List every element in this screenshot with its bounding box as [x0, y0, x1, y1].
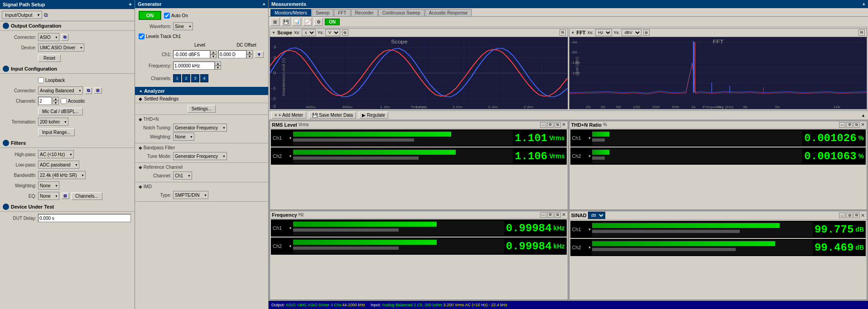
eq-select[interactable]: None [38, 192, 59, 200]
freq-select[interactable]: 1.00000 kHz [173, 62, 215, 70]
input-config-icon1[interactable]: ⧉ [85, 87, 92, 94]
ref-channel-select[interactable]: Ch1 [173, 171, 192, 180]
tab-acoustic-response[interactable]: Acoustic Response [425, 9, 472, 16]
input-connector-select[interactable]: Analog Balanced [38, 86, 83, 95]
toolbar-icon-5[interactable]: ⚙ [314, 18, 323, 26]
tab-recorder[interactable]: Recorder [351, 9, 378, 16]
settings-button[interactable]: Settings... [188, 105, 216, 113]
thdn-expand-icon[interactable]: ⧉ [854, 122, 860, 128]
input-config-icon2[interactable]: ⊞ [94, 87, 102, 94]
freq-up[interactable]: ▲ [215, 62, 221, 66]
freq-settings-icon[interactable]: ⚙ [547, 212, 554, 218]
ch1-level-up[interactable]: ▲ [210, 50, 217, 54]
signal-path-expand-icon[interactable]: + [129, 1, 132, 8]
thdn-ch1-arrow[interactable]: ▼ [588, 136, 592, 140]
toolbar-icon-2[interactable]: 💾 [281, 18, 290, 26]
channels-spin-down[interactable]: ▼ [53, 101, 59, 105]
fft-settings-icon[interactable]: ⚙ [643, 29, 650, 36]
external-link-icon[interactable]: ⧉ [44, 12, 48, 18]
ch-btn-1[interactable]: 1 [173, 74, 181, 82]
acoustic-label[interactable]: Acoustic [61, 98, 85, 104]
save-meter-data-button[interactable]: 💾 Save Meter Data [309, 112, 356, 119]
rms-settings-icon[interactable]: ⚙ [547, 122, 554, 128]
ch1-dc-extra-btn[interactable]: ▼ [255, 51, 264, 58]
termination-select[interactable]: 200 kohm [38, 118, 68, 126]
rms-expand-icon[interactable]: ⧉ [555, 122, 561, 128]
scope-x-select[interactable]: s [302, 29, 316, 36]
generator-on-button[interactable]: ON [139, 11, 161, 20]
sinad-minimize-icon[interactable]: — [839, 213, 845, 218]
ch-btn-3[interactable]: 3 [191, 74, 199, 82]
auto-on-label[interactable]: Auto On [164, 13, 188, 19]
tab-sweep[interactable]: Sweep [312, 9, 334, 16]
freq-close-btn[interactable]: ✕ [562, 212, 566, 218]
freq-ch1-arrow[interactable]: ▼ [289, 226, 292, 230]
tab-monitors-meters[interactable]: Monitors/Meters [270, 9, 311, 16]
fft-collapse[interactable]: ▼ [571, 31, 575, 35]
scope-expand-icon[interactable]: ⧉ [559, 29, 566, 36]
freq-ch2-arrow[interactable]: ▼ [289, 244, 292, 248]
input-range-button[interactable]: Input Range... [38, 128, 75, 136]
sinad-close-btn[interactable]: ✕ [861, 213, 865, 219]
acoustic-checkbox[interactable] [61, 98, 67, 104]
channels-spin-up[interactable]: ▲ [53, 97, 59, 101]
add-meter-button[interactable]: + + Add Meter [271, 112, 306, 119]
device-select[interactable]: UMC ASIO Driver [38, 43, 84, 52]
sinad-expand-icon[interactable]: ⧉ [854, 213, 860, 218]
ch1-dc-input[interactable] [218, 50, 246, 58]
sinad-unit-select[interactable]: dB [588, 212, 605, 219]
sinad-ch1-arrow[interactable]: ▼ [588, 228, 592, 232]
mic-cal-button[interactable]: Mic Cal / dBSPL... [38, 108, 83, 115]
io-select[interactable]: Input/Output [2, 11, 42, 19]
freq-down[interactable]: ▼ [215, 66, 221, 70]
fft-expand-icon[interactable]: ⧉ [858, 29, 865, 36]
sinad-ch2-arrow[interactable]: ▼ [588, 246, 592, 250]
reset-button[interactable]: Reset [38, 54, 61, 62]
thdn-ch2-arrow[interactable]: ▼ [588, 154, 592, 158]
sinad-settings-icon[interactable]: ⚙ [846, 213, 853, 218]
ch1-dc-up[interactable]: ▲ [246, 50, 253, 54]
rms-minimize-icon[interactable]: — [540, 122, 546, 128]
channels-btn[interactable]: Channels... [71, 192, 102, 200]
freq-minimize-icon[interactable]: — [540, 212, 546, 218]
measurements-expand-icon[interactable]: + [863, 1, 865, 7]
scope-settings-icon[interactable]: ⚙ [342, 29, 348, 36]
scope-y-select[interactable]: V [325, 29, 340, 36]
scroll-up-btn[interactable]: ▲ [861, 113, 865, 118]
rms-close-btn[interactable]: ✕ [562, 122, 566, 128]
toolbar-icon-3[interactable]: 📊 [292, 18, 301, 26]
fft-y-select[interactable]: dBV [622, 29, 641, 36]
loopback-label[interactable]: Loopback [38, 77, 65, 83]
toolbar-on-button[interactable]: ON [325, 19, 340, 25]
toolbar-icon-4[interactable]: 📈 [303, 18, 312, 26]
toolbar-icon-1[interactable]: ⊞ [270, 18, 280, 26]
rms-ch1-arrow[interactable]: ▼ [289, 136, 292, 140]
weighting-select[interactable]: None [38, 181, 59, 190]
thdn-close-btn[interactable]: ✕ [861, 122, 865, 128]
regulate-button[interactable]: ▶ Regulate [359, 112, 388, 119]
bandwidth-select[interactable]: 22.4k (48 kHz SR) [38, 171, 86, 179]
eq-config-icon[interactable]: ⊞ [61, 193, 69, 199]
waveform-select[interactable]: Sine [173, 22, 193, 30]
fft-x-select[interactable]: Hz [595, 29, 612, 36]
tab-continuous-sweep[interactable]: Continuous Sweep [378, 9, 424, 16]
imd-type-select[interactable]: SMPTE/DIN [173, 191, 208, 199]
notch-tuning-select[interactable]: Generator Frequency [173, 124, 227, 132]
lowpass-select[interactable]: ADC passband [38, 161, 79, 169]
analyzer-weighting-select[interactable]: None [173, 133, 194, 141]
channels-input[interactable] [38, 97, 52, 105]
generator-expand-icon[interactable]: + [263, 1, 265, 7]
rms-ch2-arrow[interactable]: ▼ [289, 154, 292, 158]
highpass-select[interactable]: AC (<10 Hz) [38, 150, 74, 158]
level-track-checkbox[interactable] [139, 33, 145, 39]
ch1-dc-down[interactable]: ▼ [246, 54, 253, 58]
dut-delay-input[interactable] [38, 214, 131, 222]
thdn-minimize-icon[interactable]: — [839, 122, 845, 128]
freq-expand-icon[interactable]: ⧉ [555, 212, 561, 218]
auto-on-checkbox[interactable] [164, 13, 170, 19]
output-config-btn[interactable]: ⧉ [61, 34, 68, 41]
ch-btn-4[interactable]: 4 [200, 74, 208, 82]
tune-mode-select[interactable]: Generator Frequency [173, 152, 227, 160]
scope-collapse[interactable]: ▼ [272, 31, 275, 35]
ch-btn-2[interactable]: 2 [182, 74, 190, 82]
